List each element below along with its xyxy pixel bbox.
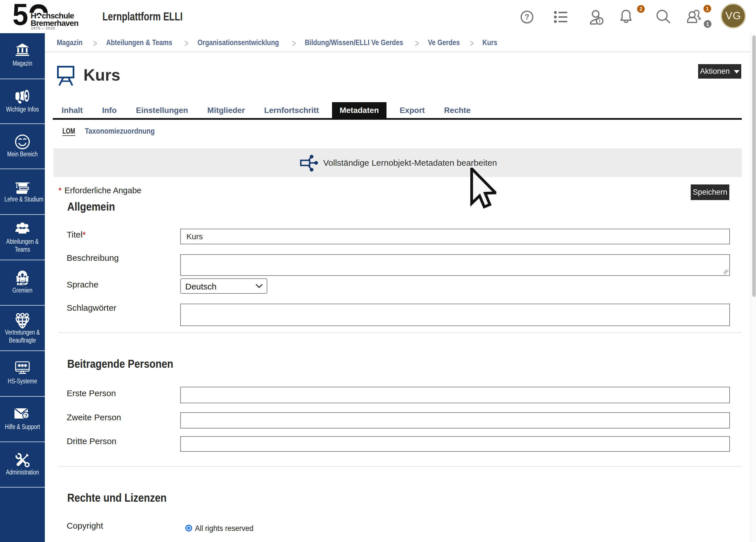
svg-text:?: ? bbox=[525, 13, 530, 21]
svg-text:?: ? bbox=[24, 413, 28, 419]
svg-text:!: ! bbox=[599, 18, 600, 24]
